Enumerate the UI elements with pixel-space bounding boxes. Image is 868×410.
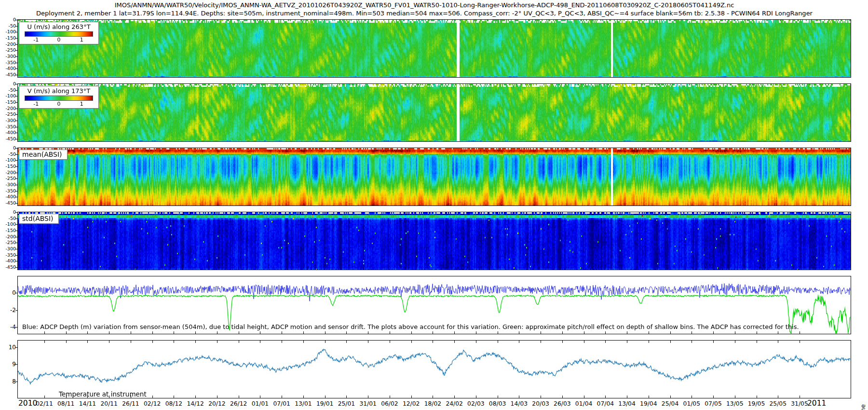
y-axis-tick-mark bbox=[15, 90, 18, 91]
y-axis-tick-mark bbox=[15, 310, 18, 311]
y-axis-tick-label: -250 bbox=[0, 48, 16, 53]
y-axis-tick-label: -50 bbox=[0, 24, 16, 28]
x-axis-date-label: 14/11 bbox=[79, 400, 96, 407]
x-axis-date-label: 25/05 bbox=[770, 400, 787, 407]
y-axis-tick-label: -100 bbox=[0, 94, 16, 98]
y-axis-tick-label: -200 bbox=[0, 170, 16, 175]
y-axis-tick-label: -150 bbox=[0, 100, 16, 105]
y-axis-tick-mark bbox=[15, 139, 18, 139]
y-axis-tick-mark bbox=[15, 249, 18, 249]
x-axis-date-label: 20/12 bbox=[208, 400, 225, 407]
y-axis-tick-mark bbox=[15, 148, 18, 149]
y-axis-tick-label: 0 bbox=[0, 290, 16, 296]
x-axis-date-label: 24/02 bbox=[446, 400, 462, 407]
x-axis-date-label: 13/05 bbox=[726, 400, 743, 407]
y-axis-tick-mark bbox=[15, 102, 18, 103]
std-absi-heatmap-canvas bbox=[18, 212, 851, 270]
y-axis-tick-mark bbox=[15, 203, 18, 204]
figure-title-filename: IMOS/ANMN/WA/WATR50/Velocity/IMOS_ANMN-W… bbox=[10, 1, 839, 9]
std-absi-label: std(ABSI) bbox=[19, 214, 59, 224]
y-axis-tick-mark bbox=[15, 327, 18, 328]
y-axis-tick-mark bbox=[15, 109, 18, 109]
colorbar-tick-mid: 0 bbox=[47, 37, 70, 44]
y-axis-tick-label: -300 bbox=[0, 246, 16, 251]
y-axis-tick-label: -50 bbox=[0, 88, 16, 93]
y-axis-tick-label: -450 bbox=[0, 137, 16, 141]
y-axis-tick-mark bbox=[15, 191, 18, 191]
v-velocity-colorbar bbox=[25, 96, 93, 101]
temperature-canvas bbox=[18, 341, 851, 398]
v-velocity-heatmap-canvas bbox=[18, 84, 851, 141]
x-axis-date-label: 01/05 bbox=[683, 400, 700, 407]
y-axis-tick-label: 0 bbox=[0, 210, 16, 215]
panel-temperature: Temperature at instrument 1098 bbox=[17, 340, 851, 398]
y-axis-tick-mark bbox=[15, 173, 18, 173]
x-axis-date-label: 07/04 bbox=[597, 400, 614, 407]
x-axis-date-label: 02/11 bbox=[36, 400, 53, 407]
y-axis-tick-label: -350 bbox=[0, 189, 16, 193]
y-axis-tick-label: 0 bbox=[0, 146, 16, 150]
depth-variation-annotation: Blue: ADCP Depth (m) variation from sens… bbox=[22, 323, 799, 330]
x-axis-year-start: 2010 bbox=[18, 399, 37, 408]
y-axis-tick-mark bbox=[15, 84, 18, 84]
y-axis-tick-label: 8 bbox=[0, 379, 16, 384]
mean-absi-label: mean(ABSI) bbox=[19, 150, 68, 160]
u-velocity-legend-title: U (m/s) along 263°T bbox=[19, 22, 98, 31]
y-axis-tick-label: -400 bbox=[0, 259, 16, 263]
y-axis-tick-label: 10 bbox=[0, 344, 16, 350]
x-axis-date-label: 31/05 bbox=[791, 400, 808, 407]
y-axis-tick-label: -50 bbox=[0, 152, 16, 157]
y-axis-tick-label: -250 bbox=[0, 240, 16, 245]
y-axis-tick-label: -400 bbox=[0, 130, 16, 135]
colorbar-tick-min: -1 bbox=[25, 37, 47, 44]
y-axis-tick-mark bbox=[15, 154, 18, 155]
y-axis-tick-mark bbox=[15, 32, 18, 32]
y-axis-tick-label: -450 bbox=[0, 265, 16, 270]
x-axis-date-label: 20/11 bbox=[100, 400, 117, 407]
x-axis-date-label: 19/04 bbox=[640, 400, 657, 407]
y-axis-tick-mark bbox=[15, 237, 18, 237]
x-axis-date-label: 25/04 bbox=[662, 400, 678, 407]
colorbar-tick-max: 1 bbox=[70, 37, 93, 44]
x-axis-date-label: 08/03 bbox=[489, 400, 506, 407]
figure-subtitle-deployment-info: Deployment 2, member 1 lat=31.79S lon=11… bbox=[10, 10, 839, 17]
y-axis-tick-mark bbox=[15, 382, 18, 382]
y-axis-tick-label: -200 bbox=[0, 106, 16, 111]
x-axis-date-label: 02/03 bbox=[467, 400, 484, 407]
y-axis-tick-label: -150 bbox=[0, 228, 16, 233]
panel-v-velocity-heatmap: V (m/s) along 173°T -101 0-50-100-150-20… bbox=[17, 83, 851, 142]
x-axis-date-label: 13/01 bbox=[295, 400, 312, 407]
x-axis-date-label: 18/02 bbox=[424, 400, 441, 407]
y-axis-tick-mark bbox=[15, 231, 18, 231]
y-axis-tick-mark bbox=[15, 50, 18, 51]
x-axis-date-label: 01/04 bbox=[575, 400, 592, 407]
y-axis-tick-label: -200 bbox=[0, 42, 16, 47]
imos-timestamp-watermark: © IMOS 05-May-2025 14:43:03 Hobart time bbox=[859, 404, 867, 410]
x-axis-date-label: 08/11 bbox=[57, 400, 74, 407]
y-axis-tick-mark bbox=[15, 219, 18, 219]
y-axis-tick-label: -150 bbox=[0, 164, 16, 169]
y-axis-tick-mark bbox=[15, 347, 18, 348]
y-axis-tick-label: -4 bbox=[0, 324, 16, 330]
u-velocity-legend: U (m/s) along 263°T -101 bbox=[19, 22, 99, 44]
y-axis-tick-mark bbox=[15, 68, 18, 69]
x-axis-date-label: 13/04 bbox=[618, 400, 635, 407]
y-axis-tick-mark bbox=[15, 121, 18, 121]
y-axis-tick-mark bbox=[15, 26, 18, 27]
colorbar-tick-mid: 0 bbox=[47, 101, 70, 108]
x-axis-date-label: 19/05 bbox=[748, 400, 765, 407]
x-axis-date-label: 26/11 bbox=[122, 400, 139, 407]
colorbar-tick-min: -1 bbox=[25, 101, 47, 108]
x-axis-date-label: 07/05 bbox=[705, 400, 721, 407]
y-axis-tick-mark bbox=[15, 114, 18, 115]
y-axis-tick-mark bbox=[15, 197, 18, 197]
y-axis-tick-mark bbox=[15, 255, 18, 256]
temperature-label: Temperature at instrument bbox=[57, 390, 148, 398]
y-axis-tick-label: 9 bbox=[0, 361, 16, 367]
y-axis-tick-mark bbox=[15, 261, 18, 261]
x-axis-year-end: 2011 bbox=[807, 399, 826, 408]
y-axis-tick-mark bbox=[15, 160, 18, 161]
y-axis-tick-label: 0 bbox=[0, 17, 16, 22]
adcp-deployment-figure: IMOS/ANMN/WA/WATR50/Velocity/IMOS_ANMN-W… bbox=[0, 0, 868, 410]
y-axis-tick-mark bbox=[15, 75, 18, 75]
